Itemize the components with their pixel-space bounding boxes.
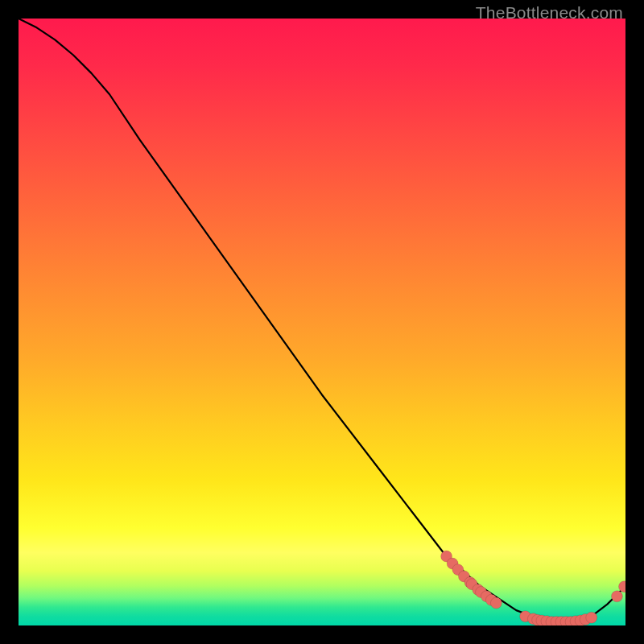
data-point xyxy=(618,581,625,592)
chart-stage: TheBottleneck.com xyxy=(0,0,644,644)
scatter-dots xyxy=(441,551,625,625)
data-point xyxy=(611,591,622,602)
line-series-curve xyxy=(19,19,625,622)
plot-area xyxy=(19,19,625,625)
data-point xyxy=(586,612,597,623)
data-point xyxy=(490,597,502,609)
chart-svg xyxy=(19,19,625,625)
